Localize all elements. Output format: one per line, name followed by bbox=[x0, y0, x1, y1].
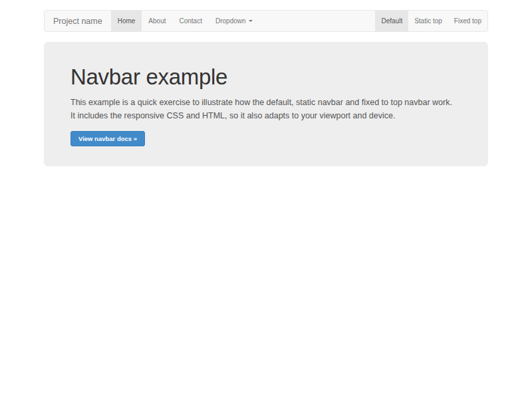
navbar-right-nav: Default Static top Fixed top bbox=[375, 11, 487, 31]
nav-item-label: About bbox=[148, 17, 166, 25]
page-container: Project name Home About Contact Dropdown… bbox=[44, 10, 488, 166]
nav-item-label: Contact bbox=[179, 17, 201, 25]
nav-item-static-top[interactable]: Static top bbox=[408, 11, 448, 31]
nav-item-label: Home bbox=[118, 17, 136, 25]
nav-item-fixed-top[interactable]: Fixed top bbox=[448, 11, 487, 31]
jumbotron-description: This example is a quick exercise to illu… bbox=[70, 96, 455, 122]
nav-item-label: Default bbox=[381, 17, 402, 25]
jumbotron: Navbar example This example is a quick e… bbox=[44, 42, 488, 166]
nav-item-contact[interactable]: Contact bbox=[172, 11, 208, 31]
nav-item-default[interactable]: Default bbox=[375, 11, 408, 31]
navbar-brand[interactable]: Project name bbox=[45, 11, 111, 31]
nav-item-dropdown[interactable]: Dropdown bbox=[209, 11, 259, 31]
nav-item-label: Static top bbox=[414, 17, 442, 25]
nav-item-about[interactable]: About bbox=[142, 11, 172, 31]
page-title: Navbar example bbox=[70, 65, 462, 89]
nav-item-label: Fixed top bbox=[454, 17, 481, 25]
nav-item-home[interactable]: Home bbox=[111, 11, 142, 31]
navbar: Project name Home About Contact Dropdown… bbox=[44, 10, 488, 32]
caret-down-icon bbox=[249, 20, 253, 22]
view-navbar-docs-button[interactable]: View navbar docs » bbox=[70, 131, 145, 146]
nav-item-label: Dropdown bbox=[215, 17, 246, 25]
navbar-left-nav: Home About Contact Dropdown bbox=[111, 11, 259, 31]
